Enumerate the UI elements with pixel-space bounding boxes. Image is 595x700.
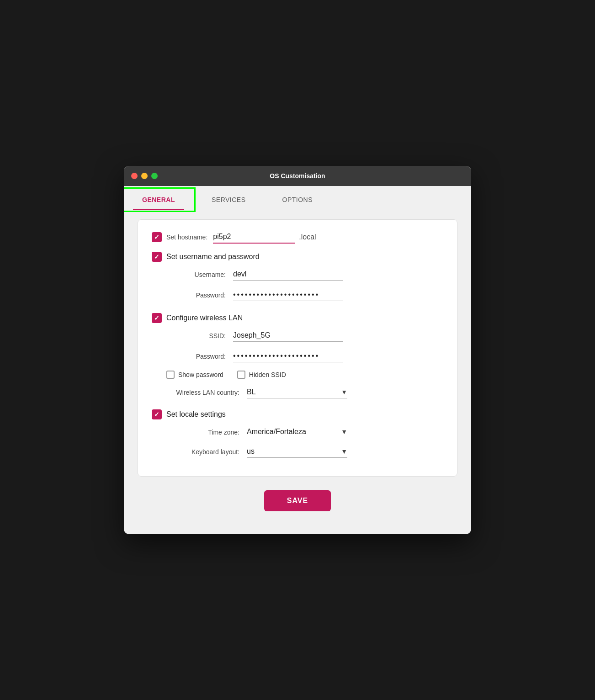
user-password-input[interactable] [233,289,343,301]
save-area: SAVE [138,486,457,520]
tab-services[interactable]: SERVICES [193,190,264,210]
tab-options[interactable]: OPTIONS [264,190,331,210]
user-password-field-label: Password: [166,292,226,299]
minimize-button[interactable] [141,173,148,179]
show-password-checkbox[interactable] [166,371,175,379]
hidden-ssid-checkbox[interactable] [237,371,245,379]
window-title: OS Customisation [270,172,325,180]
show-password-label: Show password [178,371,223,378]
locale-checkbox-row: ✓ Set locale settings [152,409,443,419]
user-password-checkbox[interactable]: ✓ [152,252,162,262]
timezone-label: Time zone: [166,429,239,436]
maximize-button[interactable] [151,173,158,179]
user-password-checkbox-row: ✓ Set username and password [152,252,443,262]
country-value: BL [247,388,256,396]
country-row: Wireless LAN country: BL ▼ [152,386,443,398]
ssid-label: SSID: [166,332,226,339]
timezone-value: America/Fortaleza [247,428,306,436]
save-button[interactable]: SAVE [264,490,331,511]
locale-label: Set locale settings [166,410,226,419]
wireless-password-label: Password: [166,353,226,360]
locale-checkbox[interactable]: ✓ [152,409,162,419]
tab-general[interactable]: GENERAL [124,190,193,210]
form-card: ✓ Set hostname: .local ✓ Set username an… [138,219,457,477]
hostname-input-row: .local [213,231,316,244]
hostname-suffix: .local [299,233,316,241]
hostname-checkbox[interactable]: ✓ [152,232,162,242]
main-window: OS Customisation GENERAL SERVICES OPTION… [124,166,471,534]
hostname-label: Set hostname: [166,233,207,241]
close-button[interactable] [131,173,138,179]
timezone-row: Time zone: America/Fortaleza ▼ [152,426,443,438]
timezone-select[interactable]: America/Fortaleza ▼ [247,426,347,438]
keyboard-label: Keyboard layout: [166,448,239,456]
hidden-ssid-row: Hidden SSID [237,371,286,379]
keyboard-value: us [247,447,255,456]
keyboard-select[interactable]: us ▼ [247,445,347,458]
hostname-input[interactable] [213,231,295,244]
hostname-row: ✓ Set hostname: .local [152,231,443,244]
keyboard-row: Keyboard layout: us ▼ [152,445,443,458]
wireless-password-input[interactable] [233,350,343,362]
wireless-checkbox-row: ✓ Configure wireless LAN [152,313,443,323]
country-dropdown-arrow: ▼ [341,388,347,396]
content-area: ✓ Set hostname: .local ✓ Set username an… [124,210,471,534]
wireless-label: Configure wireless LAN [166,314,243,322]
wireless-checkbox[interactable]: ✓ [152,313,162,323]
country-label: Wireless LAN country: [166,389,239,396]
ssid-input[interactable] [233,329,343,342]
user-password-label: Set username and password [166,253,260,261]
timezone-dropdown-arrow: ▼ [341,428,347,435]
user-password-row: Password: [152,289,443,301]
country-select[interactable]: BL ▼ [247,386,347,398]
window-controls [131,173,158,179]
hidden-ssid-label: Hidden SSID [249,371,286,378]
show-password-row: Show password [166,371,223,379]
wireless-password-row: Password: [152,350,443,362]
options-row: Show password Hidden SSID [152,371,443,379]
username-label: Username: [166,271,226,278]
titlebar: OS Customisation [124,166,471,186]
username-input[interactable] [233,268,343,281]
keyboard-dropdown-arrow: ▼ [341,448,347,455]
username-row: Username: [152,268,443,281]
ssid-row: SSID: [152,329,443,342]
tabs-bar: GENERAL SERVICES OPTIONS [124,186,471,210]
